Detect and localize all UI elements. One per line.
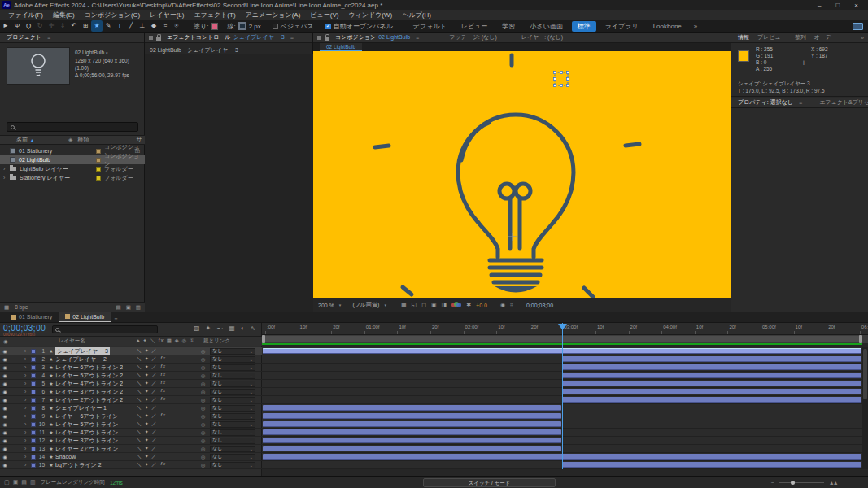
eye-toggle[interactable]: ◉ bbox=[0, 438, 10, 443]
parent-link-dropdown[interactable]: なし⌄ bbox=[210, 421, 255, 428]
disclosure-triangle[interactable]: › bbox=[3, 166, 10, 172]
parent-link-dropdown[interactable]: なし⌄ bbox=[210, 348, 255, 355]
tab-effect-controls[interactable]: エフェクトコントロール シェイプレイヤー 3 bbox=[164, 33, 287, 43]
workspace-デフォルト[interactable]: デフォルト bbox=[408, 21, 452, 32]
layer-bar-13[interactable] bbox=[263, 446, 561, 451]
layer-row-4[interactable]: ◉›4★レイヤー 5アウトライン 2＼ ✦ ／fx◎なし⌄ bbox=[0, 372, 262, 380]
column-name[interactable]: 名前 bbox=[16, 136, 28, 144]
layer-switches[interactable]: ＼ ✦ ／fx bbox=[137, 380, 166, 387]
project-item-row[interactable]: ›LightBulb レイヤーフォルダー bbox=[0, 164, 145, 173]
pickwhip-icon[interactable]: ◎ bbox=[201, 413, 205, 419]
selection-box[interactable] bbox=[554, 72, 569, 87]
puppet-pin-tool[interactable]: ⍟ bbox=[171, 20, 182, 32]
pickwhip-icon[interactable]: ◎ bbox=[201, 462, 205, 468]
fx-badge[interactable]: fx bbox=[160, 461, 166, 468]
viewer-tab-02-lightbulb[interactable]: 02 LightBulb bbox=[320, 43, 362, 51]
toggle-mask-icon[interactable]: ◱ bbox=[412, 302, 417, 308]
layer-row-15[interactable]: ◉›15★bgアウトライン 2＼ ✦ ／fx◎なし⌄ bbox=[0, 461, 262, 469]
toggle-transfer-pane-icon[interactable]: ▤ bbox=[21, 479, 27, 486]
parent-link-dropdown[interactable]: なし⌄ bbox=[210, 454, 255, 460]
tab-audio[interactable]: オーデ bbox=[812, 33, 834, 43]
disclosure-triangle[interactable]: › bbox=[24, 389, 31, 394]
fx-badge[interactable]: fx bbox=[160, 412, 166, 420]
transparency-grid-icon[interactable]: ▣ bbox=[431, 302, 437, 308]
fx-badge[interactable]: fx bbox=[160, 364, 166, 371]
layer-switches[interactable]: ＼ ✦ ／fx bbox=[137, 372, 166, 379]
pickwhip-icon[interactable]: ◎ bbox=[201, 438, 205, 443]
disclosure-triangle[interactable]: › bbox=[24, 413, 31, 419]
panel-overflow-button[interactable]: » bbox=[861, 35, 864, 41]
eraser-tool[interactable]: ◆ bbox=[148, 20, 159, 32]
layer-switches[interactable]: ＼ ✦ ／ bbox=[137, 437, 157, 444]
roto-brush-tool[interactable]: ≈ bbox=[159, 20, 171, 32]
workspace-学習[interactable]: 学習 bbox=[496, 21, 521, 32]
parent-link-dropdown[interactable]: なし⌄ bbox=[210, 413, 255, 420]
layer-row-10[interactable]: ◉›10★レイヤー 5アウトライン＼ ✦ ／◎なし⌄ bbox=[0, 420, 262, 429]
new-folder-icon[interactable]: ▤ bbox=[116, 304, 121, 311]
layer-name[interactable]: レイヤー 4アウトライン bbox=[55, 429, 118, 437]
pickwhip-icon[interactable]: ◎ bbox=[201, 397, 205, 403]
layer-bar-11[interactable] bbox=[263, 429, 561, 435]
project-item-name[interactable]: Stationery レイヤー bbox=[20, 174, 70, 182]
close-button[interactable]: × bbox=[854, 2, 858, 9]
exposure-value[interactable]: +0.0 bbox=[476, 303, 487, 308]
composition-flowchart-icon[interactable]: ▧ bbox=[194, 325, 200, 333]
workspace-ライブラリ[interactable]: ライブラリ bbox=[600, 21, 644, 32]
shape-tool[interactable]: ★ bbox=[91, 20, 103, 32]
tab-footage[interactable]: フッテージ: (なし) bbox=[447, 33, 499, 43]
layer-bar-10[interactable] bbox=[263, 421, 561, 427]
layer-row-13[interactable]: ◉›13★レイヤー 2アウトライン＼ ✦ ／◎なし⌄ bbox=[0, 445, 262, 453]
layer-switches[interactable]: ＼ ✦ ／ bbox=[137, 445, 157, 452]
tab-info[interactable]: 情報 bbox=[735, 33, 752, 43]
magnification-select[interactable]: 200 % bbox=[318, 303, 334, 308]
workspace-overflow-button[interactable]: » bbox=[694, 23, 697, 30]
switch-mode-button[interactable]: スイッチ / モード bbox=[423, 478, 556, 487]
workspace-小さい画面[interactable]: 小さい画面 bbox=[524, 21, 568, 32]
layer-name[interactable]: レイヤー 5アウトライン 2 bbox=[55, 372, 123, 380]
layer-switches[interactable]: ＼ ✦ ／fx bbox=[137, 396, 166, 403]
project-item-row[interactable]: 02 LightBulbコンポジション bbox=[0, 155, 145, 164]
label-color-swatch[interactable] bbox=[96, 176, 101, 181]
stroke-width-value[interactable]: 2 px bbox=[249, 23, 261, 30]
layer-row-1[interactable]: ◉›1★シェイプレイヤー 3＼ ✦ ／◎なし⌄ bbox=[0, 347, 262, 355]
rotation-tool[interactable]: ↶ bbox=[68, 20, 80, 32]
workspace-レビュー[interactable]: レビュー bbox=[456, 21, 494, 32]
parent-link-column-label[interactable]: 親とリンク bbox=[203, 338, 230, 345]
layer-row-12[interactable]: ◉›12★レイヤー 3アウトライン＼ ✦ ／◎なし⌄ bbox=[0, 437, 262, 445]
pan-behind-tool[interactable]: ⊞ bbox=[80, 20, 91, 32]
disclosure-triangle[interactable]: › bbox=[24, 381, 31, 386]
disclosure-triangle[interactable]: › bbox=[24, 405, 31, 411]
zoom-in-mountain-icon[interactable]: ▲▲ bbox=[829, 480, 837, 486]
work-area-bar[interactable] bbox=[262, 335, 868, 343]
tab-align[interactable]: 整列 bbox=[792, 33, 809, 43]
layer-row-8[interactable]: ◉›8★シェイプレイヤー 1＼ ✦ ／◎なし⌄ bbox=[0, 404, 262, 412]
tab-composition[interactable]: コンポジション 02 LightBulb bbox=[333, 33, 412, 43]
eye-toggle[interactable]: ◉ bbox=[0, 397, 10, 403]
zoom-out-icon[interactable]: − bbox=[771, 480, 774, 486]
tab-effects-presets[interactable]: エフェクト&プリセット bbox=[817, 98, 868, 108]
tab-properties[interactable]: プロパティ: 選択なし bbox=[735, 98, 796, 108]
motion-blur-icon[interactable]: ◐ bbox=[241, 325, 245, 333]
toggle-3d-view-icon[interactable]: ◨ bbox=[442, 302, 447, 308]
menu-ビュー[interactable]: ビュー(V) bbox=[305, 10, 343, 20]
layer-bar-3[interactable] bbox=[562, 364, 861, 370]
project-item-name[interactable]: 01 Stationery bbox=[19, 148, 52, 154]
shy-icon[interactable]: 〜 bbox=[216, 325, 223, 333]
menu-ウィンドウ[interactable]: ウィンドウ(W) bbox=[343, 10, 397, 20]
hand-tool[interactable]: Ψ bbox=[11, 20, 23, 32]
eye-toggle[interactable]: ◉ bbox=[0, 446, 10, 451]
layer-row-2[interactable]: ◉›2★シェイプレイヤー 2＼ ✦ ／fx◎なし⌄ bbox=[0, 355, 262, 364]
layer-switches[interactable]: ＼ ✦ ／fx bbox=[137, 355, 166, 363]
work-area-start-handle[interactable] bbox=[262, 335, 265, 343]
label-color-swatch[interactable] bbox=[96, 158, 101, 163]
pickwhip-icon[interactable]: ◎ bbox=[201, 381, 205, 386]
show-channel-icon[interactable] bbox=[451, 302, 461, 308]
layer-switches[interactable]: ＼ ✦ ／ bbox=[137, 347, 157, 355]
layer-name[interactable]: レイヤー 3アウトライン 2 bbox=[55, 388, 123, 396]
viewer-timecode[interactable]: 0;00;03;00 bbox=[526, 303, 553, 308]
eye-toggle[interactable]: ◉ bbox=[0, 373, 10, 378]
pickwhip-icon[interactable]: ◎ bbox=[201, 348, 205, 354]
layer-row-5[interactable]: ◉›5★レイヤー 4アウトライン 2＼ ✦ ／fx◎なし⌄ bbox=[0, 380, 262, 388]
layer-name[interactable]: レイヤー 5アウトライン bbox=[55, 420, 118, 429]
clone-stamp-tool[interactable]: ⊥ bbox=[137, 20, 148, 32]
